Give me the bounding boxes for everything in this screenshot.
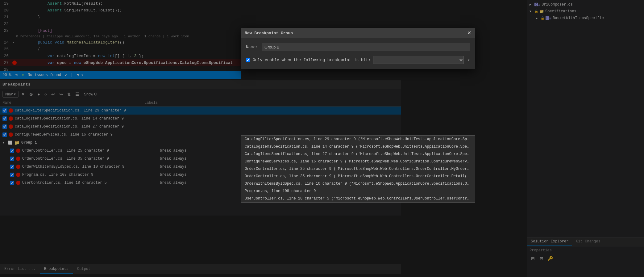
dialog-overlay: New Breakpoint Group ✕ Name: Only enable… (0, 0, 644, 277)
dialog-name-label: Name: (246, 45, 258, 49)
dialog-body: Name: Only enable when the following bre… (241, 38, 475, 69)
dropdown-item-7[interactable]: OrderWithItemsByIdSpec.cs, line 10 chara… (241, 180, 475, 187)
dialog-close-button[interactable]: ✕ (467, 31, 471, 36)
dialog-enable-checkbox[interactable] (246, 58, 250, 62)
dropdown-item-8[interactable]: Program.cs, line 108 character 9 (241, 187, 475, 195)
dropdown-item-5[interactable]: OrderController.cs, line 25 character 9 … (241, 165, 475, 173)
dialog-title-bar: New Breakpoint Group ✕ (241, 28, 475, 38)
dropdown-item-9[interactable]: UserController.cs, line 18 character 5 (… (241, 195, 475, 202)
dialog-checkbox-label: Only enable when the following breakpoin… (253, 58, 371, 62)
dialog-name-row: Name: (246, 43, 470, 51)
dialog-name-input[interactable] (262, 43, 470, 51)
dropdown-item-1[interactable]: CatalogFilterSpecification.cs, line 29 c… (241, 136, 475, 143)
dropdown-item-2[interactable]: CatalogItemsSpecification.cs, line 14 ch… (241, 143, 475, 150)
dropdown-item-4[interactable]: ConfigureWebServices.cs, line 16 charact… (241, 158, 475, 165)
dropdown-item-6[interactable]: OrderController.cs, line 35 character 9 … (241, 173, 475, 180)
new-breakpoint-group-dialog: New Breakpoint Group ✕ Name: Only enable… (241, 28, 475, 69)
dialog-checkbox-row: Only enable when the following breakpoin… (246, 56, 470, 64)
breakpoint-dropdown-list: CatalogFilterSpecification.cs, line 29 c… (241, 135, 475, 203)
dialog-title: New Breakpoint Group (245, 31, 293, 36)
dialog-breakpoint-select[interactable] (373, 56, 463, 64)
dropdown-item-3[interactable]: CatalogItemsSpecification.cs, line 27 ch… (241, 150, 475, 158)
